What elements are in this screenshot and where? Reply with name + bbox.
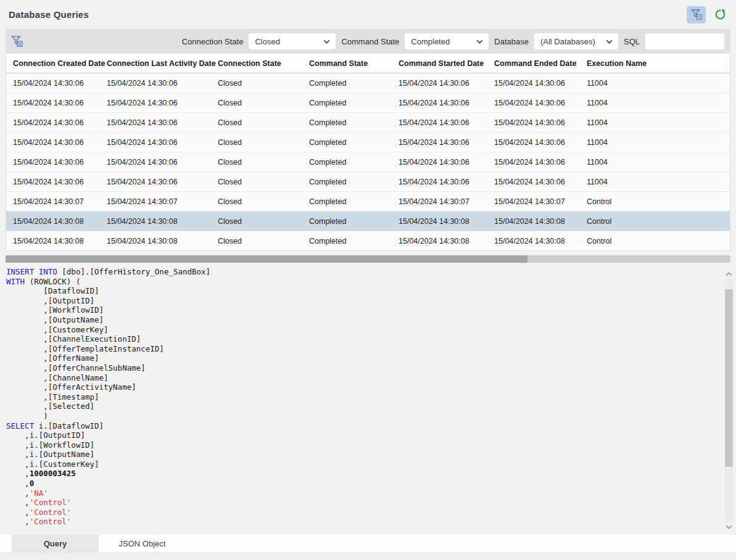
table-cell: 11004 [587,79,730,88]
chevron-down-icon [476,39,483,44]
table-cell: 11004 [587,138,730,147]
column-header[interactable]: Connection State [218,59,309,68]
table-cell: 15/04/2024 14:30:06 [399,138,494,147]
table-cell: 11004 [587,99,730,107]
connection-state-select[interactable]: Closed [249,33,336,49]
scroll-up-arrow-icon[interactable] [725,270,733,278]
column-header[interactable]: Connection Created Date [13,59,107,68]
sql-code-line: [DataflowID] [6,286,717,296]
sql-code-line: ,i.[CustomerKey] [6,459,717,469]
column-header[interactable]: Execution Name [587,59,730,68]
sql-code-line: ,[CustomerKey] [6,325,717,335]
table-cell: 15/04/2024 14:30:06 [107,138,218,147]
table-row[interactable]: 15/04/2024 14:30:0815/04/2024 14:30:08Cl… [6,231,730,251]
table-cell: Closed [218,178,309,186]
table-row[interactable]: 15/04/2024 14:30:0715/04/2024 14:30:07Cl… [6,192,730,212]
sql-code-line: ,i.[WorkflowID] [6,440,717,450]
bottom-strip [0,552,736,560]
table-cell: 15/04/2024 14:30:06 [107,99,218,107]
vertical-scrollbar-track[interactable] [725,279,733,522]
table-cell: Completed [309,79,399,88]
table-row[interactable]: 15/04/2024 14:30:0615/04/2024 14:30:06Cl… [6,172,730,192]
sql-code-line: ,0 [6,479,717,488]
table-row[interactable]: 15/04/2024 14:30:0615/04/2024 14:30:06Cl… [6,152,730,172]
table-cell: 15/04/2024 14:30:06 [13,138,107,147]
table-cell: 15/04/2024 14:30:06 [13,79,107,88]
sql-filter-input[interactable] [645,33,724,49]
column-header[interactable]: Command State [309,59,399,68]
table-cell: 15/04/2024 14:30:06 [494,99,587,107]
table-cell: 15/04/2024 14:30:07 [107,197,218,206]
sql-label: SQL [624,37,640,46]
tab-json-object[interactable]: JSON Object [99,535,186,552]
filter-toggle-button[interactable] [687,6,706,23]
sql-code-line: ,[OutputID] [6,296,717,306]
title-bar: Database Queries [0,0,736,29]
table-cell: 15/04/2024 14:30:06 [399,99,494,107]
table-cell: 15/04/2024 14:30:06 [13,99,107,107]
sql-code-line: ,'Control' [6,508,717,517]
column-header[interactable]: Connection Last Activity Date [107,59,218,68]
table-cell: Control [587,237,730,245]
table-cell: Completed [309,99,399,107]
column-header[interactable]: Command Ended Date [494,59,587,68]
table-cell: Closed [218,217,309,226]
filter-list-icon[interactable] [10,35,23,47]
sql-code-line: ,'Control' [6,498,717,508]
sql-code-line: ,[OfferActivityName] [6,382,717,392]
page-title: Database Queries [9,9,89,20]
table-cell: Completed [309,138,399,147]
bottom-tab-bar: QueryJSON Object [0,535,736,552]
tab-query[interactable]: Query [12,535,99,552]
table-cell: 15/04/2024 14:30:06 [107,178,218,186]
table-body: 15/04/2024 14:30:0615/04/2024 14:30:06Cl… [6,73,730,251]
sql-code-line: ) [6,411,717,421]
sql-code-line: WITH (ROWLOCK) ( [6,277,717,287]
table-cell: Closed [218,197,309,206]
table-cell: 15/04/2024 14:30:06 [399,178,494,186]
table-cell: Closed [218,99,309,107]
table-cell: Completed [309,217,399,226]
refresh-button[interactable] [711,6,729,23]
table-cell: 15/04/2024 14:30:06 [107,158,218,167]
sql-code-line: ,[WorkflowID] [6,305,717,315]
database-value: (All Databases) [540,37,595,46]
table-cell: 15/04/2024 14:30:06 [494,158,587,167]
table-cell: Closed [218,138,309,147]
table-cell: Closed [218,118,309,127]
table-cell: Control [587,217,730,226]
table-row[interactable]: 15/04/2024 14:30:0615/04/2024 14:30:06Cl… [6,133,730,152]
sql-code-line: ,[Timestamp] [6,392,717,402]
database-queries-panel: Database Queries [0,0,736,560]
sql-code: INSERT INTO [dbo].[OfferHistory_One_Sand… [6,267,717,527]
table-cell: 11004 [587,118,730,127]
table-cell: 11004 [587,158,730,167]
table-cell: 15/04/2024 14:30:07 [13,197,107,206]
command-state-label: Command State [341,37,399,46]
sql-code-line: ,[ChannelName] [6,373,717,383]
sql-code-line: ,i.[OutputID] [6,430,717,440]
table-cell: 11004 [587,178,730,186]
sql-query-viewer[interactable]: INSERT INTO [dbo].[OfferHistory_One_Sand… [0,263,736,535]
title-actions [687,6,729,23]
table-row[interactable]: 15/04/2024 14:30:0615/04/2024 14:30:06Cl… [6,113,730,133]
table-row[interactable]: 15/04/2024 14:30:0615/04/2024 14:30:06Cl… [6,93,730,113]
column-header[interactable]: Command Started Date [399,59,494,68]
table-row[interactable]: 15/04/2024 14:30:0615/04/2024 14:30:06Cl… [6,73,730,93]
table-cell: 15/04/2024 14:30:08 [107,237,218,245]
table-cell: 15/04/2024 14:30:06 [107,79,218,88]
horizontal-scrollbar-thumb[interactable] [6,255,527,263]
vertical-scrollbar[interactable] [725,270,733,531]
horizontal-scrollbar[interactable] [6,255,730,263]
table-cell: 15/04/2024 14:30:08 [107,217,218,226]
table-row[interactable]: 15/04/2024 14:30:0815/04/2024 14:30:08Cl… [6,212,730,231]
command-state-select[interactable]: Completed [405,33,489,49]
vertical-scrollbar-thumb[interactable] [725,289,733,467]
sql-code-line: ,[OutputName] [6,315,717,325]
sql-code-line: ,'NA' [6,488,717,498]
database-select[interactable]: (All Databases) [534,33,618,49]
table-cell: Completed [309,118,399,127]
table-cell: 15/04/2024 14:30:08 [399,217,494,226]
scroll-down-arrow-icon[interactable] [725,523,733,531]
chevron-down-icon [323,39,330,44]
